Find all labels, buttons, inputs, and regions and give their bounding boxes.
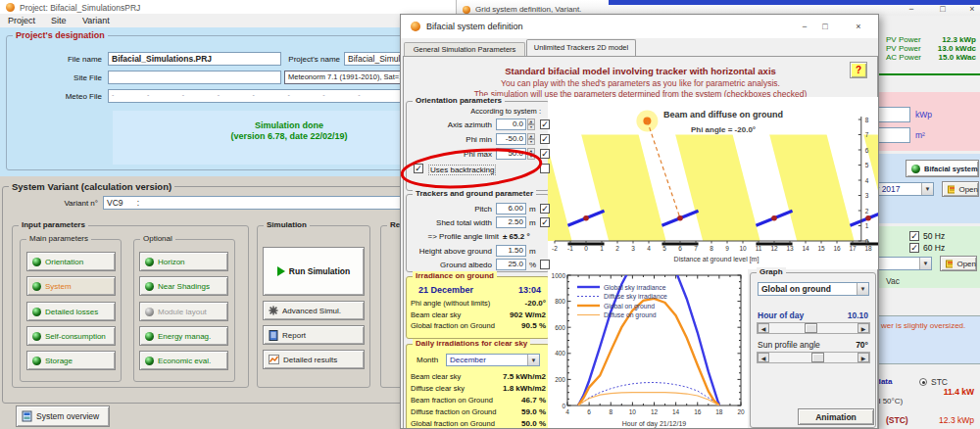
svg-text:7: 7	[865, 131, 869, 138]
sun-angle-slider[interactable]: ◀ ▶	[757, 352, 870, 363]
grid-window-icon	[463, 6, 470, 14]
hz50-checkbox[interactable]	[909, 231, 919, 241]
backtracking-row: Uses backtracking	[406, 163, 550, 175]
slider-right-arrow[interactable]: ▶	[858, 353, 869, 362]
stc-radio-label: STC	[931, 377, 948, 387]
report-icon	[269, 330, 278, 341]
phi-max-field[interactable]: 50.0	[496, 148, 526, 160]
daily-row: Diffuse clear sky1.8 kWh/m2	[411, 384, 546, 395]
ground-albedo-row: Ground albedo25.0%	[406, 259, 550, 271]
pvsyst-app-icon	[6, 3, 15, 12]
near-shadings-button[interactable]: Near Shadings	[139, 276, 228, 296]
combo-arrow-icon[interactable]	[857, 283, 868, 295]
storage-button[interactable]: Storage	[26, 351, 116, 370]
axis-azimuth-checkbox[interactable]	[540, 119, 550, 129]
svg-text:17: 17	[849, 245, 857, 252]
system-button[interactable]: System	[26, 276, 116, 296]
grid-maximize-button[interactable]: □	[934, 4, 952, 14]
ground-albedo-field[interactable]: 25.0	[496, 259, 526, 270]
report-button[interactable]: Report	[263, 325, 365, 345]
horizon-button[interactable]: Horizon	[139, 252, 228, 271]
svg-text:14: 14	[672, 408, 680, 415]
svg-text:11: 11	[756, 245, 762, 252]
daily-row: Diffuse fraction on Ground59.0 %	[411, 407, 546, 418]
svg-text:600: 600	[555, 324, 565, 331]
month-combo[interactable]: December	[446, 354, 540, 366]
open-button-1[interactable]: Open	[942, 181, 979, 197]
svg-text:16: 16	[694, 408, 702, 415]
bifacial-system-button[interactable]: Bifacial system	[906, 160, 979, 177]
irradiance-date: 21 December	[418, 285, 473, 295]
tab-unlimited-trackers[interactable]: Unlimited Trackers 2D model	[526, 39, 636, 56]
help-button[interactable]: ?	[850, 62, 867, 78]
orientation-button[interactable]: Orientation	[26, 252, 116, 271]
phi-min-field[interactable]: -50.0	[496, 133, 526, 145]
slider-left-arrow[interactable]: ◀	[758, 353, 769, 362]
site-file-field[interactable]	[108, 71, 281, 84]
according-label: According to system :	[470, 107, 541, 116]
combo-arrow-icon[interactable]	[527, 355, 539, 365]
backtracking-checkbox[interactable]	[414, 164, 423, 173]
svg-text:Phi angle = -20.0°: Phi angle = -20.0°	[691, 125, 756, 134]
svg-text:18: 18	[864, 245, 872, 252]
system-overview-button[interactable]: System overview	[16, 405, 110, 427]
backtracking-system-checkbox[interactable]	[540, 164, 550, 173]
simulation-title: Simulation	[264, 220, 310, 229]
bifacial-dialog: Bifacial system definition − □ × General…	[400, 14, 879, 429]
axis-azimuth-field[interactable]: 0.0	[496, 119, 526, 130]
pitch-field[interactable]: 6.00	[496, 203, 526, 214]
hz60-checkbox[interactable]	[909, 243, 919, 253]
slider-left-arrow[interactable]: ◀	[758, 323, 769, 333]
advanced-simul-button[interactable]: Advanced Simul.	[263, 301, 365, 320]
dialog-maximize-button[interactable]: □	[816, 22, 834, 31]
energy-manag-button[interactable]: Energy manag.	[139, 326, 228, 346]
animation-button[interactable]: Animation	[798, 408, 874, 425]
self-consumption-button[interactable]: Self-consumption	[26, 326, 116, 346]
shed-width-checkbox[interactable]	[540, 217, 550, 227]
slider-right-arrow[interactable]: ▶	[858, 323, 869, 333]
grid-minimize-button[interactable]: −	[903, 4, 920, 14]
detailed-results-button[interactable]: Detailed results	[263, 350, 365, 369]
site-file-label: Site File	[29, 73, 102, 82]
graph-selector-combo[interactable]: Global on ground	[758, 282, 869, 296]
combo-arrow-icon[interactable]	[919, 258, 931, 269]
svg-text:-2: -2	[552, 245, 558, 252]
ground-albedo-checkbox[interactable]	[540, 260, 550, 269]
meteo-file-label: Meteo File	[29, 92, 102, 101]
shed-width-field[interactable]: 2.50	[496, 216, 526, 228]
detailed-losses-button[interactable]: Detailed losses	[26, 302, 116, 321]
tab-general-params[interactable]: General Simulation Parameters	[404, 42, 525, 56]
svg-text:5: 5	[865, 162, 869, 168]
svg-text:1: 1	[600, 245, 604, 252]
run-simulation-button[interactable]: Run Simulation	[263, 247, 365, 296]
file-name-field[interactable]: Bifacial_Simulations.PRJ	[108, 52, 281, 66]
energy-manag-icon	[145, 332, 154, 341]
menu-variant[interactable]: Variant	[82, 16, 110, 25]
module-layout-button[interactable]: Module layout	[139, 302, 228, 321]
menu-site[interactable]: Site	[51, 16, 67, 25]
play-icon	[277, 266, 285, 276]
dialog-minimize-button[interactable]: −	[796, 22, 813, 31]
profile-angle-value: ± 65.2 °	[503, 232, 530, 241]
open-button-2[interactable]: Open	[940, 256, 977, 271]
grid-window-title: Grid system definition, Variant.	[475, 5, 581, 14]
svg-text:14: 14	[802, 245, 809, 252]
phi-max-checkbox[interactable]	[540, 149, 550, 159]
svg-text:0: 0	[584, 245, 588, 252]
hour-slider[interactable]: ◀ ▶	[757, 322, 870, 334]
dialog-close-button[interactable]: ×	[850, 22, 867, 31]
irradiance-time: 13:04	[518, 285, 541, 295]
economic-eval-button[interactable]: Economic eval.	[139, 351, 228, 370]
variant-label: Variant n°	[39, 199, 98, 208]
svg-text:Global sky irradiance: Global sky irradiance	[604, 284, 666, 292]
vac-label: Vac	[886, 276, 900, 286]
pitch-checkbox[interactable]	[540, 204, 550, 214]
module-layout-icon	[145, 308, 154, 316]
grid-close-button[interactable]: ×	[963, 4, 980, 14]
height-above-ground-field[interactable]: 1.50	[496, 245, 526, 257]
menu-project[interactable]: Project	[8, 16, 35, 25]
combo-arrow-icon[interactable]	[921, 183, 933, 195]
phi-min-checkbox[interactable]	[540, 134, 550, 144]
detailed-losses-icon	[32, 308, 41, 316]
stc-radio[interactable]	[919, 378, 927, 386]
